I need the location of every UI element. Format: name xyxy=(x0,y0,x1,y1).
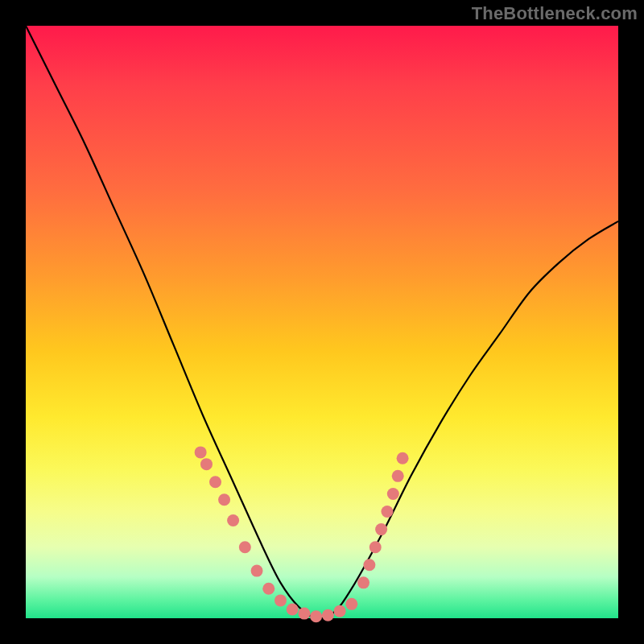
data-point xyxy=(275,594,287,606)
data-point xyxy=(218,493,230,506)
data-point xyxy=(381,506,393,518)
data-point xyxy=(334,605,346,617)
data-point xyxy=(322,609,334,621)
data-point xyxy=(287,603,299,615)
bottleneck-curve xyxy=(26,26,618,618)
curve-svg xyxy=(26,26,618,618)
data-point xyxy=(392,470,404,482)
plot-area xyxy=(26,26,618,618)
data-point xyxy=(369,541,382,553)
data-point xyxy=(310,610,322,622)
data-point xyxy=(375,523,387,535)
data-point xyxy=(227,514,239,526)
data-point xyxy=(239,541,251,553)
data-point xyxy=(298,608,310,620)
watermark-text: TheBottleneck.com xyxy=(472,3,638,24)
data-points xyxy=(195,446,409,622)
data-point xyxy=(251,565,263,577)
data-point xyxy=(397,452,409,464)
data-point xyxy=(209,476,221,488)
data-point xyxy=(387,488,399,500)
data-point xyxy=(357,576,369,588)
data-point xyxy=(195,446,207,458)
data-point xyxy=(262,583,275,595)
data-point xyxy=(363,559,375,571)
data-point xyxy=(200,458,213,470)
data-point xyxy=(345,598,357,610)
chart-frame: TheBottleneck.com xyxy=(0,0,644,644)
